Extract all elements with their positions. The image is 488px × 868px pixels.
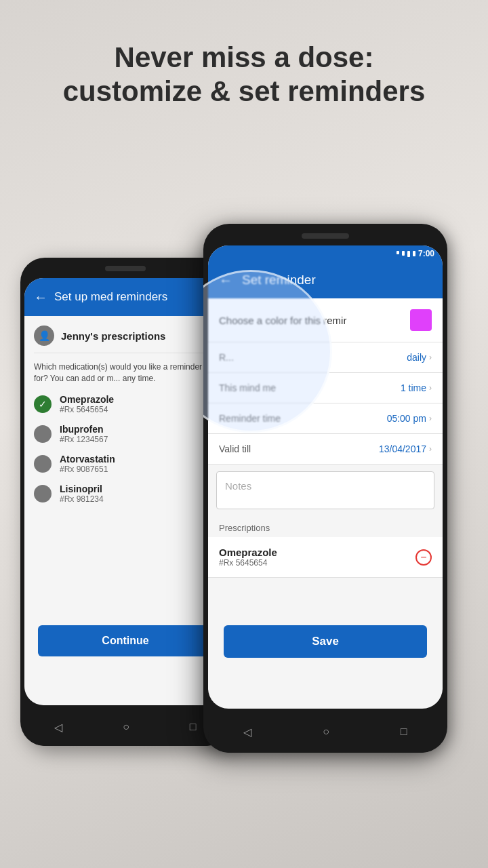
continue-button[interactable]: Continue: [38, 625, 213, 656]
phone1-content: 👤 Jenny's prescriptions Which medication…: [24, 316, 226, 658]
which-text: Which medication(s) would you like a rem…: [34, 361, 217, 384]
jenny-name: Jenny's prescriptions: [61, 330, 165, 342]
chevron-mindme: ›: [429, 383, 432, 393]
recents-nav-button[interactable]: □: [190, 721, 197, 733]
color-label: Choose a color for this remir: [219, 315, 346, 326]
save-button[interactable]: Save: [224, 625, 427, 658]
signal-bar-1: [396, 251, 399, 254]
med-name-lisinopril: Lisinopril: [60, 484, 104, 494]
phone2-back-nav[interactable]: ◁: [243, 726, 251, 738]
med-name-ibuprofen: Ibuprofen: [60, 424, 108, 435]
reminder-time-label: Reminder time: [219, 413, 281, 424]
med-item-ibuprofen[interactable]: Ibuprofen #Rx 1234567: [34, 424, 217, 444]
person-icon: 👤: [34, 326, 54, 346]
phone1-nav: ◁ ○ □: [24, 708, 226, 746]
home-nav-button[interactable]: ○: [123, 721, 129, 733]
prescriptions-label: Prescriptions: [208, 516, 443, 537]
reminder-row-mindme[interactable]: This mind me 1 time ›: [208, 373, 443, 403]
presc-rx-omeprazole: #Rx 5645654: [219, 558, 277, 568]
headline-line1: Never miss a dose:: [115, 41, 374, 73]
back-arrow-icon[interactable]: ←: [34, 290, 47, 305]
phone2-header: ← Set reminder: [208, 262, 443, 298]
phone2-header-title: Set reminder: [242, 273, 316, 288]
phone2-back-arrow[interactable]: ←: [219, 273, 232, 288]
chevron-valid: ›: [429, 444, 432, 454]
headline-line2: customize & set reminders: [63, 75, 426, 107]
phone2-footer: Save: [213, 618, 438, 665]
med-item-lisinopril[interactable]: Lisinopril #Rx 981234: [34, 484, 217, 504]
phone2-recents-nav[interactable]: □: [401, 726, 407, 738]
presc-name-omeprazole: Omeprazole: [219, 547, 277, 558]
phone1: ← Set up med reminders 👤 Jenny's prescri…: [20, 258, 230, 746]
valid-value: 13/04/2017 ›: [379, 443, 432, 454]
signal-bar-4: [413, 251, 415, 256]
signal-icons: [396, 251, 415, 257]
reminder-row-repeat[interactable]: R... daily ›: [208, 342, 443, 373]
phone2-notch: [302, 233, 349, 239]
signal-bar-3: [407, 251, 410, 257]
notes-field[interactable]: Notes: [216, 471, 434, 509]
prescription-item-omeprazole: Omeprazole #Rx 5645654 −: [208, 537, 443, 578]
jenny-section: 👤 Jenny's prescriptions: [34, 326, 217, 353]
reminder-row-time[interactable]: Reminder time 05:00 pm ›: [208, 403, 443, 434]
status-bar: 7:00: [208, 245, 443, 262]
chevron-repeat: ›: [429, 353, 432, 362]
repeat-label: R...: [219, 352, 234, 363]
reminder-time-value: 05:00 pm ›: [387, 413, 432, 424]
color-section: Choose a color for this remir: [208, 298, 443, 342]
check-atorvastatin[interactable]: [34, 455, 52, 473]
med-rx-ibuprofen: #Rx 1234567: [60, 435, 108, 444]
phone2: 7:00 ← Set reminder Choose a color for t…: [203, 224, 447, 753]
back-nav-button[interactable]: ◁: [54, 721, 62, 734]
remove-prescription-button[interactable]: −: [415, 549, 432, 566]
mindme-value: 1 time ›: [401, 382, 432, 393]
med-item-omeprazole[interactable]: ✓ Omeprazole #Rx 5645654: [34, 394, 217, 414]
phone1-notch: [105, 266, 146, 271]
med-name-atorvastatin: Atorvastatin: [60, 454, 115, 465]
repeat-value: daily ›: [407, 352, 432, 363]
phone1-footer: Continue: [28, 617, 222, 665]
reminder-row-valid[interactable]: Valid till 13/04/2017 ›: [208, 434, 443, 465]
phone2-screen: 7:00 ← Set reminder Choose a color for t…: [208, 245, 443, 709]
phone2-home-nav[interactable]: ○: [323, 726, 329, 738]
chevron-time: ›: [429, 414, 432, 423]
color-swatch[interactable]: [410, 309, 432, 331]
check-ibuprofen[interactable]: [34, 425, 52, 443]
phone2-nav: ◁ ○ □: [208, 711, 443, 753]
check-lisinopril[interactable]: [34, 485, 52, 502]
med-item-atorvastatin[interactable]: Atorvastatin #Rx 9087651: [34, 454, 217, 474]
check-omeprazole[interactable]: ✓: [34, 395, 52, 413]
med-name-omeprazole: Omeprazole: [60, 394, 114, 405]
signal-bar-2: [402, 251, 405, 256]
notes-placeholder: Notes: [225, 480, 251, 492]
med-rx-atorvastatin: #Rx 9087651: [60, 465, 115, 474]
med-rx-lisinopril: #Rx 981234: [60, 494, 104, 504]
med-rx-omeprazole: #Rx 5645654: [60, 405, 114, 414]
phone1-screen: ← Set up med reminders 👤 Jenny's prescri…: [24, 278, 226, 705]
headline: Never miss a dose: customize & set remin…: [0, 41, 488, 109]
status-time: 7:00: [418, 249, 434, 258]
valid-label: Valid till: [219, 443, 251, 454]
phone1-header-title: Set up med reminders: [54, 290, 167, 304]
phone2-content: Choose a color for this remir R... daily…: [208, 298, 443, 663]
phone1-header: ← Set up med reminders: [24, 278, 226, 316]
mindme-label: This mind me: [219, 382, 276, 393]
